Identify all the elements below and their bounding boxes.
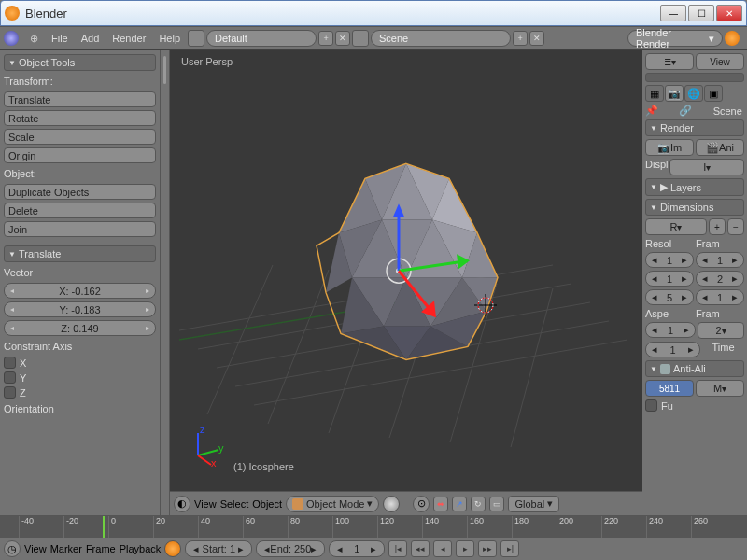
dimensions-header[interactable]: Dimensions [645,199,744,216]
vector-z-field[interactable]: ◂Z: 0.149▸ [4,320,156,336]
screen-layout-field[interactable]: Default [206,30,317,47]
close-button[interactable]: ✕ [716,5,742,21]
pin-icon[interactable]: 📌 [645,105,676,117]
aspect-y-field[interactable]: ◂1▸ [645,342,700,357]
svg-text:z: z [200,427,205,435]
preset-remove[interactable]: − [727,218,744,235]
full-sample-checkbox[interactable]: Fu [645,399,744,412]
3d-viewport[interactable]: User Persp [170,50,642,515]
delete-button[interactable]: Delete [4,203,156,218]
vp-view-menu[interactable]: View [194,498,217,510]
frame-start-field[interactable]: ◂1▸ [696,252,744,268]
keyframe-next-button[interactable]: ▸▸ [478,540,497,557]
layers-header[interactable]: ▶Layers [645,178,744,196]
tl-frame-menu[interactable]: Frame [86,543,116,554]
origin-button[interactable]: Origin [4,147,156,163]
fps-dropdown[interactable]: 2 ▾ [698,322,744,339]
scene-delete-button[interactable]: ✕ [529,31,544,46]
timeline-tick: 60 [243,516,255,538]
rotate-button[interactable]: Rotate [4,110,156,126]
scale-button[interactable]: Scale [4,129,156,145]
layout-delete-button[interactable]: ✕ [335,31,350,46]
aspect-x-field[interactable]: ◂1▸ [645,322,696,338]
render-header[interactable]: Render [645,119,744,136]
sync-dropdown[interactable] [164,540,181,557]
timeline-cursor[interactable] [103,516,105,538]
timeline-ruler[interactable]: -40-200204060801001201401601802002202402… [0,516,747,538]
layout-browse-icon[interactable] [188,30,204,47]
transform-gizmo[interactable] [324,196,473,345]
outliner-area[interactable] [645,73,744,82]
maximize-button[interactable]: ☐ [688,5,714,21]
frame-end-field[interactable]: ◂2▸ [696,271,744,287]
translate-panel-header[interactable]: Translate [4,245,156,262]
pivot-icon[interactable]: ⊙ [413,496,430,512]
tab-render[interactable]: ▦ [645,85,664,102]
mode-dropdown[interactable]: Object Mode▾ [286,496,379,512]
vp-select-menu[interactable]: Select [220,498,249,510]
current-frame-field[interactable]: ◂1▸ [329,540,385,557]
vector-y-field[interactable]: ◂Y: -0.183▸ [4,301,156,317]
menu-render[interactable]: Render [106,31,151,46]
tab-world[interactable]: 🌐 [684,85,703,102]
tl-marker-menu[interactable]: Marker [50,543,82,554]
tab-object[interactable]: ▣ [704,85,723,102]
svg-text:y: y [218,442,224,454]
tab-scene[interactable]: 📷 [665,85,684,102]
keyframe-prev-button[interactable]: ◂◂ [411,540,430,557]
preset-dropdown[interactable]: R ▾ [645,218,707,235]
render-anim-button[interactable]: 🎬Ani [696,139,744,156]
constraint-x-checkbox[interactable]: X [4,357,156,369]
constraint-z-checkbox[interactable]: Z [4,386,156,399]
layout-add-button[interactable]: + [318,31,333,46]
panel-splitter[interactable] [161,50,170,515]
play-button[interactable]: ▸ [456,540,474,557]
manipulator-scale[interactable]: ▭ [489,497,504,511]
manipulator-translate[interactable]: ↗ [452,497,467,511]
display-mode-dropdown[interactable]: I ▾ [669,159,744,175]
play-reverse-button[interactable]: ◂ [433,540,452,557]
object-tools-header[interactable]: Object Tools [4,54,156,71]
info-editor-icon[interactable] [4,31,19,46]
res-y-field[interactable]: ◂1▸ [645,271,694,287]
render-image-button[interactable]: 📷Im [645,139,694,156]
constraint-y-checkbox[interactable]: Y [4,371,156,384]
editor-type-icon[interactable]: ◐ [174,496,190,512]
jump-end-button[interactable]: ▸| [500,540,519,557]
menu-file[interactable]: File [46,31,74,46]
orientation-dropdown[interactable]: Global▾ [508,496,559,512]
translate-button[interactable]: Translate [4,91,156,107]
res-x-field[interactable]: ◂1▸ [645,252,694,268]
jump-start-button[interactable]: |◂ [388,540,407,557]
manipulator-toggle[interactable]: ⬌ [433,497,448,511]
menu-help[interactable]: Help [153,31,186,46]
timeline-editor-icon[interactable]: ◷ [4,540,21,557]
scene-browse-icon[interactable] [352,30,369,47]
window-titlebar: Blender — ☐ ✕ [0,0,747,26]
vector-x-field[interactable]: ◂X: -0.162▸ [4,283,156,299]
menu-add[interactable]: Add [76,31,106,46]
blender-logo-icon [725,31,740,46]
render-engine-dropdown[interactable]: Blender Render▾ [627,30,723,47]
tl-view-menu[interactable]: View [24,543,47,554]
scene-add-button[interactable]: + [513,31,528,46]
scene-field[interactable]: Scene [371,30,511,47]
outliner-switcher[interactable]: ≣▾ [645,53,694,70]
preset-add[interactable]: + [709,218,726,235]
vp-object-menu[interactable]: Object [252,498,282,510]
manipulator-rotate[interactable]: ↻ [471,497,486,511]
minimize-button[interactable]: — [660,5,686,21]
res-pct-field[interactable]: ◂5▸ [645,289,694,305]
tl-playback-menu[interactable]: Playback [120,543,162,554]
start-frame-field[interactable]: ◂Start: 1▸ [185,540,252,557]
viewport-shading-icon[interactable] [383,496,400,512]
end-frame-field[interactable]: ◂End: 250▸ [256,540,325,557]
aa-samples-button[interactable]: 5811 [645,380,694,397]
menubar-expand-icon[interactable]: ⊕ [24,31,44,47]
outliner-view-menu[interactable]: View [696,53,744,70]
join-button[interactable]: Join [4,221,156,237]
antialias-header[interactable]: Anti-Ali [645,360,744,377]
aa-mitchell-dropdown[interactable]: M ▾ [696,380,744,397]
duplicate-button[interactable]: Duplicate Objects [4,184,156,200]
frame-step-field[interactable]: ◂1▸ [696,289,744,305]
